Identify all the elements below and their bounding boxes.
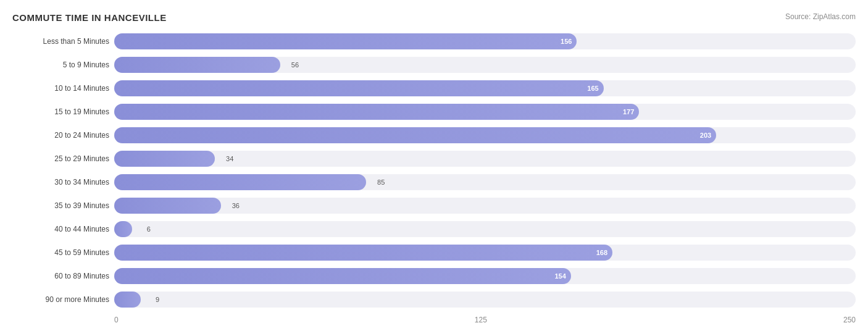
- bar-value: 56: [291, 61, 299, 69]
- bar-track: 165: [114, 80, 856, 96]
- bar-track: 154: [114, 268, 856, 284]
- bar-label: 90 or more Minutes: [12, 295, 114, 304]
- bar-fill: 9: [114, 292, 141, 308]
- bar-row: 5 to 9 Minutes56: [12, 54, 856, 76]
- bar-value: 9: [156, 296, 159, 303]
- bar-fill: 156: [114, 33, 577, 49]
- bar-value: 154: [554, 272, 565, 280]
- bar-fill: 165: [114, 80, 604, 96]
- axis-row: 0125250: [12, 316, 856, 323]
- bar-track: 156: [114, 33, 856, 49]
- chart-title: COMMUTE TIME IN HANCEVILLE: [12, 12, 167, 23]
- bar-label: 30 to 34 Minutes: [12, 178, 114, 187]
- bar-row: 45 to 59 Minutes168: [12, 241, 856, 264]
- bar-value: 85: [377, 178, 385, 186]
- bar-label: 15 to 19 Minutes: [12, 107, 114, 116]
- bar-track: 203: [114, 127, 856, 143]
- bar-value: 177: [623, 108, 634, 115]
- bar-label: Less than 5 Minutes: [12, 37, 114, 46]
- bar-fill: 154: [114, 268, 571, 284]
- bar-track: 56: [114, 57, 856, 73]
- axis-label: 0: [114, 316, 119, 323]
- bar-value: 156: [561, 38, 572, 45]
- bar-track: 36: [114, 198, 856, 214]
- bar-value: 165: [587, 85, 598, 92]
- bar-label: 10 to 14 Minutes: [12, 84, 114, 93]
- bar-row: 15 to 19 Minutes177: [12, 101, 856, 123]
- bar-track: 177: [114, 104, 856, 120]
- bar-label: 20 to 24 Minutes: [12, 131, 114, 140]
- bar-row: 40 to 44 Minutes6: [12, 218, 856, 240]
- bar-value: 34: [226, 155, 233, 162]
- bar-label: 40 to 44 Minutes: [12, 225, 114, 233]
- chart-header: COMMUTE TIME IN HANCEVILLE Source: ZipAt…: [12, 12, 856, 23]
- bar-value: 36: [232, 202, 240, 209]
- axis-labels: 0125250: [114, 316, 856, 323]
- bar-row: 35 to 39 Minutes36: [12, 195, 856, 217]
- bar-label: 5 to 9 Minutes: [12, 61, 114, 69]
- bar-track: 34: [114, 151, 856, 167]
- axis-label: 250: [843, 316, 856, 323]
- bar-label: 45 to 59 Minutes: [12, 248, 114, 257]
- bar-fill: 56: [114, 57, 280, 73]
- bar-row: 60 to 89 Minutes154: [12, 265, 856, 287]
- bar-fill: 34: [114, 151, 215, 167]
- chart-container: COMMUTE TIME IN HANCEVILLE Source: ZipAt…: [0, 0, 868, 323]
- bar-row: 30 to 34 Minutes85: [12, 171, 856, 193]
- bar-fill: 203: [114, 127, 716, 143]
- bar-value: 203: [700, 132, 711, 139]
- bar-value: 168: [596, 249, 607, 256]
- bar-fill: 36: [114, 198, 221, 214]
- bar-label: 35 to 39 Minutes: [12, 201, 114, 210]
- bar-track: 85: [114, 174, 856, 190]
- bar-track: 6: [114, 221, 856, 237]
- bars-area: Less than 5 Minutes1565 to 9 Minutes5610…: [12, 30, 856, 312]
- bar-row: 25 to 29 Minutes34: [12, 148, 856, 170]
- bar-label: 25 to 29 Minutes: [12, 154, 114, 163]
- axis-label: 125: [475, 316, 487, 323]
- bar-row: 20 to 24 Minutes203: [12, 124, 856, 146]
- bar-row: 90 or more Minutes9: [12, 288, 856, 311]
- bar-row: Less than 5 Minutes156: [12, 30, 856, 52]
- chart-source: Source: ZipAtlas.com: [785, 12, 856, 21]
- bar-track: 9: [114, 292, 856, 308]
- bar-fill: 6: [114, 221, 132, 237]
- bar-fill: 177: [114, 104, 639, 120]
- bar-row: 10 to 14 Minutes165: [12, 77, 856, 99]
- bar-track: 168: [114, 245, 856, 261]
- bar-value: 6: [147, 225, 151, 233]
- bar-fill: 85: [114, 174, 366, 190]
- bar-fill: 168: [114, 245, 612, 261]
- bar-label: 60 to 89 Minutes: [12, 272, 114, 280]
